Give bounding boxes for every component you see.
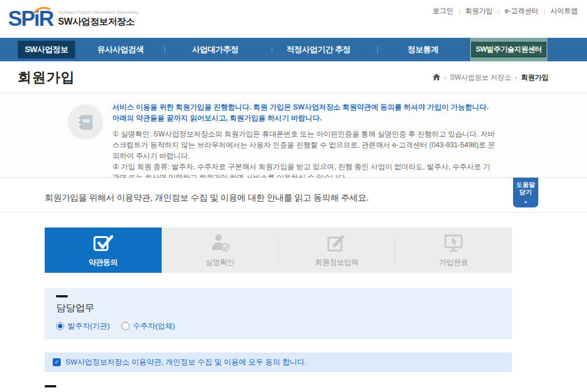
e-service-center-link[interactable]: e-고객센터 [504, 6, 538, 16]
edit-pencil-icon [326, 233, 347, 253]
top-header: SPiR Software Project Information Reposi… [0, 0, 587, 38]
nav-divider [377, 46, 378, 53]
collapse-arrow-icon: ▲ [513, 198, 538, 205]
radio-option-orderer[interactable]: 발주자(기관) [56, 321, 110, 331]
breadcrumb: › SW사업정보 저장소 › 회원가입 [433, 72, 549, 82]
nav-divider [165, 46, 165, 53]
section-dash [45, 385, 56, 387]
radio-option-contractor[interactable]: 수주자(업체) [122, 321, 175, 331]
radio-label: 수주자(업체) [133, 321, 175, 331]
logo-swoosh-icon [33, 6, 50, 14]
nav-item-sw-business-info[interactable]: SW사업정보 [18, 41, 75, 58]
logo-tagline: Software Project Information Repository [58, 10, 138, 15]
step-label: 약관동의 [88, 257, 118, 268]
signup-notice-panel: 서비스 이용을 위한 회원가입을 진행합니다. 회원 가입은 SW사업저장소 회… [0, 93, 587, 178]
radio-label: 발주자(기관) [68, 321, 110, 331]
agreement-intro-row: 회원가입을 위해서 이용약관, 개인정보 수집 및 이용에 대한 안내를 읽고 … [0, 178, 587, 213]
page-title-bar: 회원가입 › SW사업정보 저장소 › 회원가입 [0, 61, 587, 93]
support-center-button[interactable]: SW발주기술지원센터 [471, 42, 546, 57]
signup-link[interactable]: 회원가입 [465, 6, 493, 16]
radio-unchecked-icon[interactable] [122, 322, 130, 330]
step-label: 실명확인 [205, 257, 234, 268]
logo-subtitle: SW사업정보저장소 [58, 16, 138, 28]
checkbox-check-icon [92, 233, 114, 253]
agree-all-label: SW사업정보저장소 이용약관, 개인정보 수집 및 이용에 모두 동의 합니다. [65, 357, 307, 367]
nav-item-project-duration-estimate[interactable]: 적정사업기간 추정 [277, 38, 360, 61]
nav-item-info-statistics[interactable]: 정보통계 [389, 38, 457, 61]
notebook-icon [68, 104, 103, 140]
main-content: 약관동의 실명확인 회원정보입력 [45, 228, 512, 392]
notice-item-identity: ① 실명확인: SW사업정보저장소의 회원가입은 휴대폰번호 또는 아이핀인증을… [112, 129, 495, 162]
help-tab-line2: 닫기 [519, 189, 532, 195]
duty-radio-group: 발주자(기관) 수주자(업체) [56, 321, 500, 331]
utility-separator: | [498, 8, 500, 15]
nav-item-project-cost-estimate[interactable]: 사업대가추정 [179, 38, 251, 61]
step-label: 회원정보입력 [315, 257, 358, 268]
agreement-intro-text: 회원가입을 위해서 이용약관, 개인정보 수집 및 이용에 대한 안내를 읽고 … [45, 193, 369, 203]
page-title: 회원가입 [18, 68, 75, 87]
main-nav: SW사업정보 유사사업검색 사업대가추정 적정사업기간 추정 정보통계 SW발주… [0, 38, 587, 61]
radio-checked-icon[interactable] [56, 322, 64, 330]
site-logo[interactable]: SPiR Software Project Information Reposi… [8, 8, 139, 30]
duty-section-title: 담당업무 [56, 301, 500, 315]
sitemap-link[interactable]: 사이트맵 [550, 6, 578, 16]
step-identity-verification: 실명확인 [162, 228, 279, 273]
breadcrumb-current: 회원가입 [521, 72, 549, 82]
signup-step-indicator: 약관동의 실명확인 회원정보입력 [45, 228, 512, 273]
breadcrumb-separator: › [515, 74, 517, 80]
agree-all-checkbox[interactable]: ✓ [53, 358, 61, 366]
home-icon[interactable] [433, 74, 440, 81]
utility-separator: | [459, 8, 460, 15]
notice-intro-text: 서비스 이용을 위한 회원가입을 진행합니다. 회원 가입은 SW사업저장소 회… [112, 102, 495, 124]
support-center-container[interactable]: SW발주기술지원센터 [470, 38, 547, 61]
step-terms-agreement: 약관동의 [45, 228, 162, 273]
step-signup-complete: 가입완료 [395, 228, 512, 273]
person-check-icon [209, 233, 231, 253]
help-close-tab[interactable]: 도움말 닫기 ▲ [513, 178, 538, 207]
help-tab-line1: 도움말 [516, 181, 535, 188]
section-dash [56, 295, 68, 297]
breadcrumb-repository[interactable]: SW사업정보 저장소 [450, 72, 511, 82]
step-member-info-entry: 회원정보입력 [279, 228, 396, 273]
login-link[interactable]: 로그인 [433, 6, 453, 16]
nav-item-similar-project-search[interactable]: 유사사업검색 [86, 38, 155, 61]
utility-links: 로그인 | 회원가입 | e-고객센터 | 사이트맵 [433, 6, 578, 16]
agree-all-row[interactable]: ✓ SW사업정보저장소 이용약관, 개인정보 수집 및 이용에 모두 동의 합니… [45, 352, 512, 372]
step-label: 가입완료 [439, 257, 468, 268]
utility-separator: | [543, 8, 545, 15]
breadcrumb-separator: › [444, 74, 446, 80]
nav-divider [272, 46, 272, 53]
terms-section: 이용약관 [45, 385, 512, 392]
duty-section: 담당업무 발주자(기관) 수주자(업체) [45, 288, 512, 339]
monitor-cursor-icon [443, 233, 464, 253]
